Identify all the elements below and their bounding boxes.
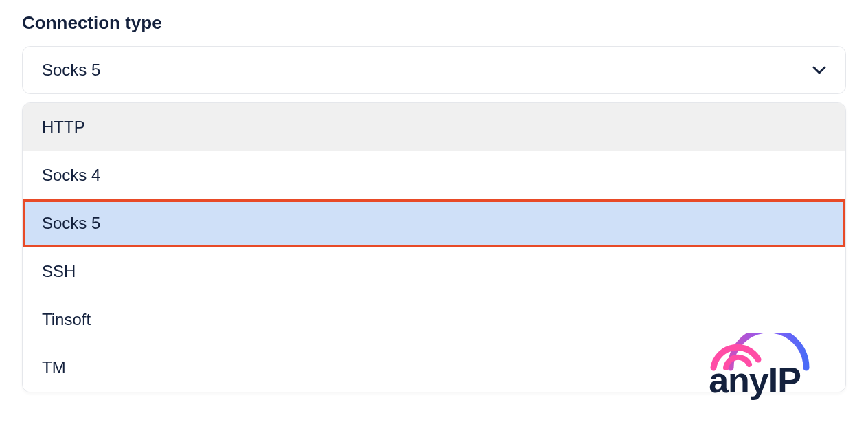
dropdown-option-tinsoft[interactable]: Tinsoft [23,296,845,344]
connection-type-dropdown: Socks 5 HTTP Socks 4 Socks 5 SSH Tinsoft… [22,46,846,94]
option-label: HTTP [42,118,85,137]
dropdown-option-ssh[interactable]: SSH [23,247,845,296]
dropdown-option-socks5[interactable]: Socks 5 [23,199,845,247]
dropdown-option-tm[interactable]: TM [23,344,845,392]
dropdown-option-http[interactable]: HTTP [23,103,845,151]
option-label: TM [42,358,66,377]
dropdown-selected-value: Socks 5 [42,60,100,80]
dropdown-options-list: HTTP Socks 4 Socks 5 SSH Tinsoft TM [22,102,846,392]
option-label: Socks 4 [42,166,100,185]
dropdown-option-socks4[interactable]: Socks 4 [23,151,845,199]
option-label: Socks 5 [42,214,100,233]
option-label: Tinsoft [42,310,91,329]
chevron-down-icon [812,63,826,77]
option-label: SSH [42,262,76,281]
dropdown-trigger[interactable]: Socks 5 [22,46,846,94]
connection-type-label: Connection type [22,12,846,34]
